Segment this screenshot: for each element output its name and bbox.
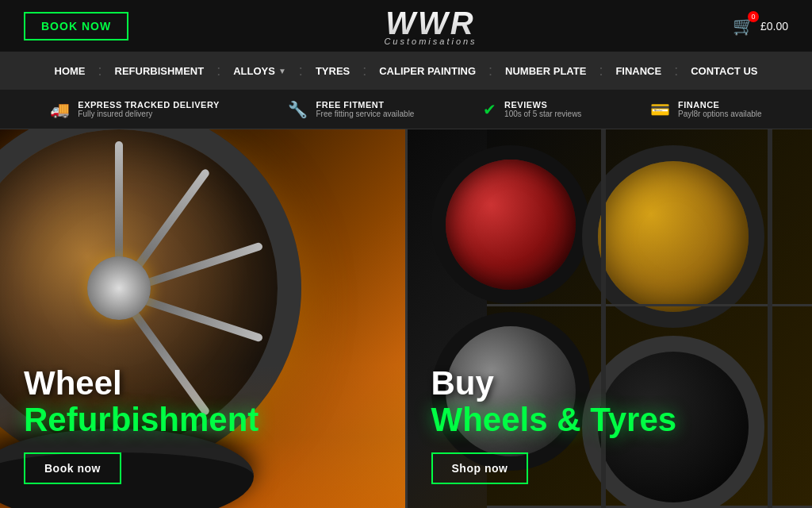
wheel-red-1 [431, 145, 590, 304]
nav-finance[interactable]: FINANCE [603, 52, 674, 90]
info-delivery: 🚚 EXPRESS TRACKED DELIVERY Fully insured… [50, 100, 219, 119]
cart-area[interactable]: 🛒 0 £0.00 [733, 16, 788, 37]
hero-panel-right: Buy Wheels & Tyres Shop now [405, 129, 813, 508]
reviews-icon: ✔ [483, 100, 496, 119]
nav-home[interactable]: HOME [42, 52, 98, 90]
info-strip: 🚚 EXPRESS TRACKED DELIVERY Fully insured… [0, 90, 812, 129]
fitment-subtitle: Free fitting service available [316, 110, 414, 118]
finance-title: FINANCE [678, 100, 762, 110]
nav-bar: HOME : REFURBISHMENT : ALLOYS ▼ : TYRES … [0, 52, 812, 90]
fitment-icon: 🔧 [288, 100, 308, 119]
wheel-gold-1 [582, 145, 764, 328]
hero-right-title-green: Wheels & Tyres [431, 402, 677, 438]
support-2 [768, 129, 772, 508]
info-reviews: ✔ REVIEWS 100s of 5 star reviews [483, 100, 581, 119]
nav-refurbishment[interactable]: REFURBISHMENT [102, 52, 217, 90]
hero-left-title-green: Refurbishment [24, 402, 259, 438]
nav-contact-us[interactable]: CONTACT US [678, 52, 770, 90]
alloys-dropdown-arrow: ▼ [278, 67, 286, 75]
nav-number-plate[interactable]: NUMBER PLATE [492, 52, 599, 90]
fitment-title: FREE FITMENT [316, 100, 414, 110]
hero-right-content: Buy Wheels & Tyres Shop now [431, 365, 677, 484]
hero-section: Wheel Refurbishment Book now Buy Wheels … [0, 129, 812, 508]
info-finance: 💳 FINANCE Payl8r options available [650, 100, 762, 119]
book-now-button[interactable]: BOOK NOW [24, 12, 128, 40]
cart-badge: 0 [748, 11, 759, 22]
nav-caliper-painting[interactable]: CALIPER PAINTING [366, 52, 488, 90]
cart-price: £0.00 [760, 20, 788, 33]
wheel-center [87, 256, 151, 320]
reviews-title: REVIEWS [504, 100, 581, 110]
hero-right-button[interactable]: Shop now [431, 452, 529, 484]
top-bar: BOOK NOW WWR Customisations 🛒 0 £0.00 [0, 0, 812, 52]
hero-left-title-white: Wheel [24, 365, 259, 402]
cart-icon-wrap[interactable]: 🛒 0 [733, 16, 754, 37]
finance-subtitle: Payl8r options available [678, 110, 762, 118]
reviews-subtitle: 100s of 5 star reviews [504, 110, 581, 118]
delivery-icon: 🚚 [50, 100, 70, 119]
info-fitment: 🔧 FREE FITMENT Free fitting service avai… [288, 100, 414, 119]
nav-alloys[interactable]: ALLOYS ▼ [220, 52, 299, 90]
delivery-title: EXPRESS TRACKED DELIVERY [78, 100, 219, 110]
hero-left-button[interactable]: Book now [24, 452, 121, 484]
logo-area: WWR Customisations [384, 6, 477, 46]
hero-left-content: Wheel Refurbishment Book now [24, 365, 259, 484]
logo-sub: Customisations [384, 37, 477, 46]
nav-tyres[interactable]: TYRES [303, 52, 362, 90]
delivery-subtitle: Fully insured delivery [78, 110, 219, 118]
finance-icon: 💳 [650, 100, 670, 119]
hero-panel-left: Wheel Refurbishment Book now [0, 129, 405, 508]
shelf-1 [487, 304, 813, 306]
hero-right-title-white: Buy [431, 365, 677, 402]
